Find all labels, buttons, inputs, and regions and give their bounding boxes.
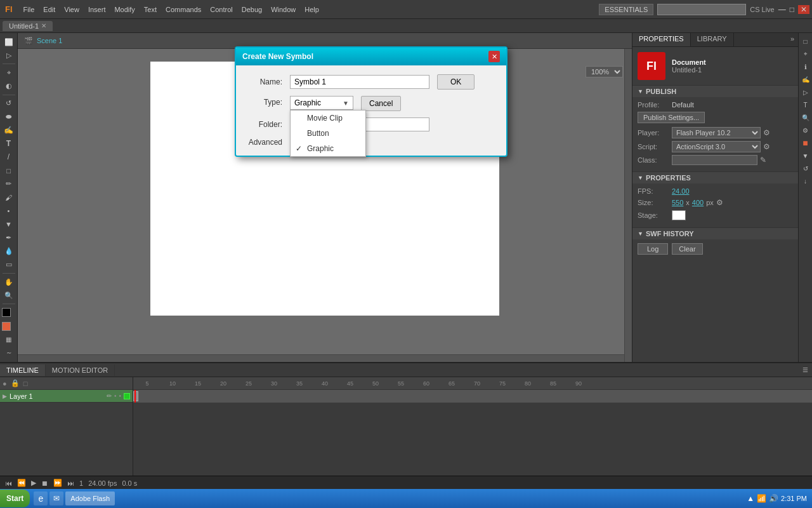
mini-tool-6[interactable]: T [800,99,811,110]
tl-menu-icon[interactable]: ☰ [802,366,808,373]
layer-row-1[interactable]: ▶ Layer 1 ✏ • • [0,390,133,403]
taskbar-flash-active[interactable]: Adobe Flash [65,491,115,505]
tab-motion-editor[interactable]: MOTION EDITOR [46,364,115,376]
mini-tool-8[interactable]: ⚙ [800,124,811,136]
tool-rect[interactable]: □ [2,164,16,177]
tool-eraser[interactable]: ▭ [2,258,16,271]
tl-go-start[interactable]: ⏮ [5,479,12,487]
tool-free-transform[interactable]: ⌖ [2,66,16,79]
tool-line[interactable]: / [2,150,16,163]
window-close-icon[interactable]: ✕ [798,5,809,14]
menu-control[interactable]: Control [206,3,237,16]
taskbar-ie-icon[interactable]: e [34,491,48,505]
dropdown-item-movie-clip[interactable]: Movie Clip [291,110,365,126]
tl-next-frame[interactable]: ⏩ [53,479,62,487]
tool-gradient[interactable]: ◐ [2,79,16,92]
size-height[interactable]: 400 [692,199,704,206]
mini-tool-4[interactable]: ✍ [800,74,811,85]
menu-modify[interactable]: Modify [110,3,139,16]
menu-window[interactable]: Window [266,3,300,16]
size-width[interactable]: 550 [672,199,683,206]
tool-hand[interactable]: ✋ [2,276,16,288]
tray-icon-3[interactable]: 🔊 [769,494,778,503]
dialog-cancel-button[interactable]: Cancel [361,96,401,111]
tray-icon-2[interactable]: 📶 [757,494,766,503]
mini-tool-12[interactable]: ↓ [800,175,811,187]
tool-pencil[interactable]: ✏ [2,178,16,190]
menu-text[interactable]: Text [140,3,161,16]
tl-prev-frame[interactable]: ⏪ [17,479,26,487]
tab-library[interactable]: LIBRARY [691,33,734,46]
tl-stop[interactable]: ⏹ [41,479,48,487]
dialog-close-button[interactable]: ✕ [488,51,500,62]
type-select-display[interactable]: Graphic ▼ [290,96,353,110]
publish-section-header[interactable]: ▼ PUBLISH [632,85,798,97]
panel-collapse-icon[interactable]: » [787,33,798,46]
player-settings-icon[interactable]: ⚙ [763,128,770,137]
menu-commands[interactable]: Commands [161,3,206,16]
mini-tool-2[interactable]: ⌖ [800,48,811,60]
tool-smooth[interactable]: ∼ [2,347,16,359]
dropdown-item-graphic[interactable]: ✓ Graphic [291,141,365,156]
zoom-select[interactable]: 100% 50% 200% [586,66,623,77]
publish-settings-button[interactable]: Publish Settings... [638,112,705,123]
tab-properties[interactable]: PROPERTIES [632,33,691,46]
tool-spray[interactable]: • [2,204,16,217]
menu-help[interactable]: Help [300,3,324,16]
tool-ink[interactable]: ✒ [2,231,16,244]
dialog-name-input[interactable] [290,75,429,89]
essentials-button[interactable]: ESSENTIALS [599,4,653,15]
tool-paint-bucket[interactable]: ▼ [2,218,16,231]
script-select[interactable]: ActionScript 3.0 [672,141,761,152]
tab-timeline[interactable]: TIMELINE [0,364,46,376]
script-settings-icon[interactable]: ⚙ [763,142,770,151]
dialog-ok-button[interactable]: OK [437,74,475,90]
mini-tool-7[interactable]: 🔍 [800,112,811,123]
search-input[interactable] [657,4,746,15]
class-edit-icon[interactable]: ✎ [760,156,766,164]
mini-tool-10[interactable]: ▼ [800,150,811,161]
tool-eyedropper[interactable]: 💧 [2,245,16,258]
player-select[interactable]: Flash Player 10.2 [672,127,761,138]
dropdown-item-button[interactable]: Button [291,126,365,141]
document-tab[interactable]: Untitled-1 ✕ [3,21,53,31]
tool-lasso[interactable]: ⬬ [2,110,16,123]
mini-tool-1[interactable]: □ [800,36,811,47]
size-settings-icon[interactable]: ⚙ [716,198,723,207]
fps-value[interactable]: 24.00 [672,187,690,195]
tool-brush[interactable]: 🖌 [2,191,16,204]
playhead[interactable] [134,390,136,403]
mini-tool-5[interactable]: ▷ [800,86,811,98]
tool-subselect[interactable]: ▷ [2,49,16,62]
mini-tool-3[interactable]: ℹ [800,61,811,72]
window-maximize-icon[interactable]: □ [790,5,794,14]
stage-color-swatch[interactable] [672,210,686,220]
mini-tool-9[interactable]: ■ [800,137,811,149]
menu-edit[interactable]: Edit [39,3,60,16]
tl-play[interactable]: ▶ [31,479,36,487]
menu-file[interactable]: File [19,3,39,16]
menu-view[interactable]: View [60,3,84,16]
scene-label[interactable]: Scene 1 [37,37,62,44]
menu-debug[interactable]: Debug [237,3,266,16]
tool-3d-rotate[interactable]: ↺ [2,97,16,110]
swf-history-header[interactable]: ▼ SWF HISTORY [632,227,798,239]
tool-zoom[interactable]: 🔍 [2,289,16,302]
outline-icon[interactable]: □ [23,380,28,387]
scrollbar-horizontal[interactable] [18,354,624,362]
lock-icon[interactable]: 🔒 [11,379,20,387]
eye-icon[interactable]: ● [3,380,7,387]
mini-tool-11[interactable]: ↺ [800,163,811,174]
tool-stroke-color[interactable] [2,306,16,319]
start-button[interactable]: Start [0,490,30,507]
tool-pen[interactable]: ✍ [2,124,16,137]
scrollbar-vertical[interactable] [624,49,632,362]
clear-button[interactable]: Clear [672,243,702,255]
properties-section-header[interactable]: ▼ PROPERTIES [632,171,798,184]
tab-close-icon[interactable]: ✕ [41,22,46,29]
window-minimize-icon[interactable]: — [778,5,786,14]
menu-insert[interactable]: Insert [84,3,110,16]
tray-icon-1[interactable]: ▲ [747,494,754,503]
taskbar-mail-icon[interactable]: ✉ [49,491,63,505]
tool-fill-color[interactable] [2,319,16,332]
